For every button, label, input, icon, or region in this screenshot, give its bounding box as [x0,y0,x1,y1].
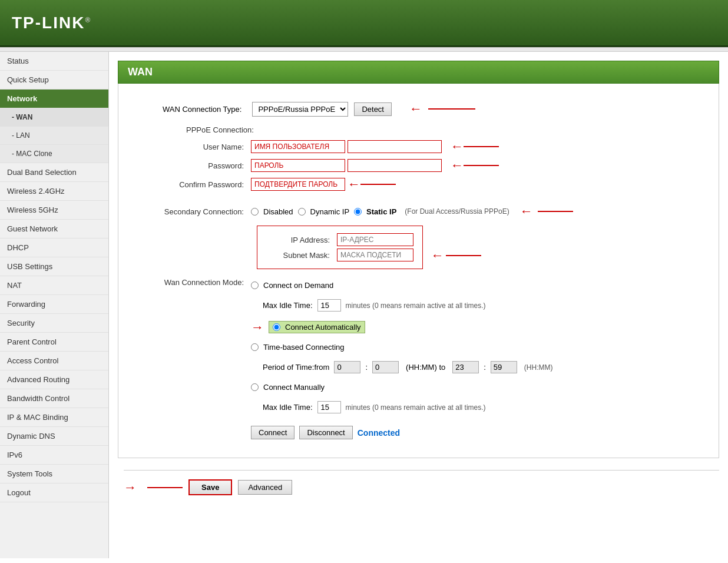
save-button[interactable]: Save [188,479,232,495]
sidebar-item-forwarding[interactable]: Forwarding [0,295,108,314]
hhmm-note: (HH:MM) [524,363,553,372]
secondary-dynamic-radio[interactable] [298,208,306,216]
action-buttons-row: Connect Disconnect Connected [251,426,553,439]
arrow-auto: → [251,320,264,335]
time-based-row: Time-based Connecting [251,343,553,352]
secondary-disabled-radio[interactable] [251,208,259,216]
secondary-radio-group: Disabled Dynamic IP Static IP (For Dual … [251,204,573,219]
connect-manually-radio[interactable] [251,383,259,391]
advanced-button[interactable]: Advanced [238,480,292,495]
ip-address-row: IP Address: [266,233,413,246]
secondary-static-radio[interactable] [354,208,362,216]
arrow-ip-box: ← [431,248,444,263]
username-input[interactable] [251,140,345,153]
detect-button[interactable]: Detect [354,102,392,116]
sidebar-item-bandwidth-control[interactable]: Bandwidth Control [0,389,108,408]
header: TP-LINK® [0,0,728,47]
sidebar-item-lan[interactable]: - LAN [0,127,108,145]
connect-auto-highlight: Connect Automatically [269,321,365,333]
save-row: → Save Advanced [124,470,719,495]
max-idle-input2[interactable] [317,401,341,413]
wan-connection-type-select[interactable]: PPPoE/Russia PPPoE [252,102,348,117]
sidebar-item-dhcp[interactable]: DHCP [0,239,108,257]
sidebar-item-guest-network[interactable]: Guest Network [0,220,108,239]
time-to2-input[interactable] [491,361,517,373]
wan-mode-options: Connect on Demand Max Idle Time: minutes… [251,278,553,445]
password-input[interactable] [251,159,345,172]
sidebar-item-ip-mac-binding[interactable]: IP & MAC Binding [0,408,108,427]
time-from2-input[interactable] [372,361,399,373]
arrow-line-ip-box [446,255,481,256]
arrow-line-confirm [360,184,396,185]
colon1: : [365,363,368,372]
time-based-radio[interactable] [251,343,259,351]
max-idle-label1: Max Idle Time: [263,301,313,310]
sidebar-item-dynamic-dns[interactable]: Dynamic DNS [0,427,108,446]
logo: TP-LINK® [12,14,91,32]
subnet-mask-row: Subnet Mask: [266,249,413,261]
logo-tm: ® [85,15,91,24]
max-idle-row2: Max Idle Time: minutes (0 means remain a… [263,401,553,413]
wan-connection-mode-section: Wan Connection Mode: Connect on Demand M… [133,278,704,445]
secondary-connection-section: Secondary Connection: Disabled Dynamic I… [133,201,704,269]
wan-page-title: WAN [118,61,719,84]
subnet-mask-label: Subnet Mask: [266,251,337,260]
wan-mode-row: Wan Connection Mode: Connect on Demand M… [133,278,704,445]
connect-on-demand-label: Connect on Demand [263,281,333,290]
sidebar-item-security[interactable]: Security [0,314,108,333]
main-layout: Status Quick Setup Network - WAN - LAN -… [0,52,728,558]
connect-on-demand-row: Connect on Demand [251,281,553,290]
colon2: : [484,363,486,372]
time-to1-input[interactable] [452,361,479,373]
sidebar-item-wireless-24[interactable]: Wireless 2.4GHz [0,182,108,201]
connect-auto-radio[interactable] [273,323,280,331]
sidebar: Status Quick Setup Network - WAN - LAN -… [0,52,109,558]
connect-manually-label: Connect Manually [263,383,325,392]
password-label: Password: [133,161,251,170]
sidebar-item-parent-control[interactable]: Parent Control [0,333,108,352]
sidebar-item-quick-setup[interactable]: Quick Setup [0,71,108,90]
connect-on-demand-radio[interactable] [251,282,259,289]
max-idle-note1: minutes (0 means remain active at all ti… [346,302,486,310]
connected-status: Connected [358,428,400,438]
connect-button[interactable]: Connect [251,426,294,439]
time-from1-input[interactable] [334,361,360,373]
pppoe-section-label: PPPoE Connection: [186,125,704,134]
arrow-username: ← [451,139,464,154]
arrow-detect: ← [409,101,422,117]
sidebar-item-access-control[interactable]: Access Control [0,352,108,370]
sidebar-item-status[interactable]: Status [0,52,108,71]
username-input2[interactable] [348,140,442,153]
secondary-static-label: Static IP [366,207,396,216]
max-idle-row1: Max Idle Time: minutes (0 means remain a… [263,299,553,312]
ip-address-input[interactable] [337,233,413,246]
sidebar-item-wan[interactable]: - WAN [0,108,108,127]
arrow-line-password [464,165,499,166]
disconnect-button[interactable]: Disconnect [299,426,352,439]
sidebar-item-system-tools[interactable]: System Tools [0,465,108,483]
wan-mode-label: Wan Connection Mode: [133,278,251,287]
wan-connection-type-row: WAN Connection Type: PPPoE/Russia PPPoE … [163,101,704,117]
sidebar-item-network[interactable]: Network [0,90,108,108]
username-label: User Name: [133,143,251,151]
sidebar-item-usb-settings[interactable]: USB Settings [0,257,108,276]
sidebar-item-logout[interactable]: Logout [0,483,108,502]
arrow-line-secondary [538,211,573,212]
password-input2[interactable] [348,159,442,172]
subnet-mask-input[interactable] [337,249,413,261]
sidebar-item-advanced-routing[interactable]: Advanced Routing [0,370,108,389]
arrow-save: → [124,480,137,495]
secondary-disabled-label: Disabled [263,207,293,216]
ip-address-label: IP Address: [266,236,337,244]
period-row: Period of Time:from : (HH:MM) to : (HH:M… [263,361,553,373]
max-idle-input1[interactable] [317,299,341,312]
sidebar-item-nat[interactable]: NAT [0,276,108,295]
sidebar-item-dual-band[interactable]: Dual Band Selection [0,163,108,182]
confirm-password-input[interactable] [251,178,345,191]
sidebar-item-mac-clone[interactable]: - MAC Clone [0,145,108,163]
sidebar-item-ipv6[interactable]: IPv6 [0,446,108,465]
sidebar-item-wireless-5[interactable]: Wireless 5GHz [0,201,108,220]
secondary-dynamic-label: Dynamic IP [310,207,349,216]
logo-text: TP-LINK [12,14,85,32]
ip-subnet-box: IP Address: Subnet Mask: [257,226,423,269]
